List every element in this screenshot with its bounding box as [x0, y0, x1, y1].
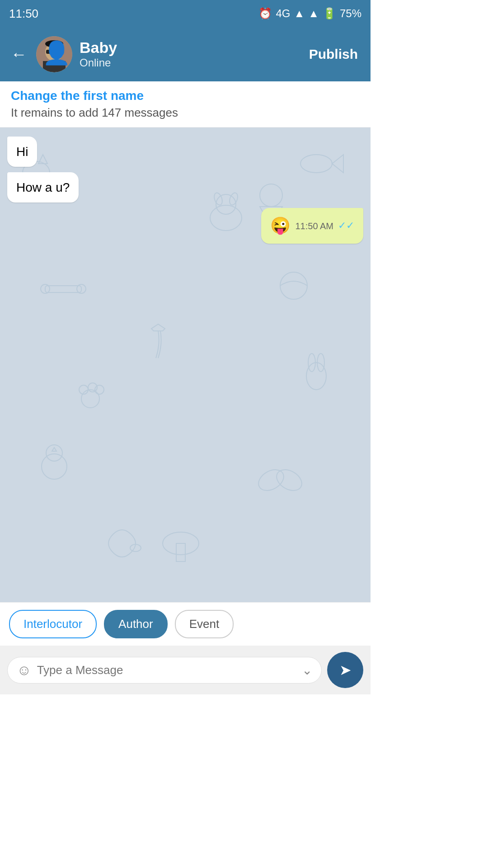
back-button[interactable]: ← — [7, 41, 31, 67]
network-label: 4G — [276, 7, 290, 20]
publish-button[interactable]: Publish — [304, 43, 363, 66]
event-button[interactable]: Event — [175, 610, 234, 638]
message-bubble: How a u? — [7, 172, 79, 203]
alarm-icon: ⏰ — [258, 7, 272, 20]
send-icon: ➤ — [339, 661, 352, 679]
svg-marker-27 — [52, 448, 56, 451]
message-bubble: Hi — [7, 137, 37, 167]
interlocutor-button[interactable]: Interlocutor — [9, 610, 97, 638]
chat-area: Hi How a u? 😜 11:50 AM ✓✓ — [0, 127, 371, 602]
message-time: 11:50 AM — [295, 220, 333, 232]
battery-icon: 🔋 — [323, 7, 336, 20]
app-header: ← Baby Online Publish — [0, 27, 371, 81]
message-ticks: ✓✓ — [338, 219, 354, 233]
svg-point-22 — [306, 363, 326, 390]
status-right: ⏰ 4G ▲ ▲ 🔋 75% — [258, 7, 361, 20]
svg-point-18 — [81, 390, 99, 408]
notice-title: Change the first name — [11, 89, 360, 103]
status-bar: 11:50 ⏰ 4G ▲ ▲ 🔋 75% — [0, 0, 371, 27]
svg-rect-3 — [46, 50, 52, 54]
emoji-button[interactable]: ☺ — [17, 662, 32, 679]
svg-point-6 — [45, 40, 63, 47]
battery-label: 75% — [340, 7, 361, 20]
message-text: How a u? — [16, 180, 70, 194]
message-text: Hi — [16, 145, 28, 159]
svg-rect-28 — [176, 543, 185, 561]
svg-rect-14 — [45, 286, 81, 292]
message-input[interactable] — [37, 663, 296, 677]
chevron-down-icon[interactable]: ⌄ — [302, 663, 312, 678]
status-time: 11:50 — [9, 7, 38, 21]
notice-subtitle: It remains to add 147 messages — [11, 106, 360, 120]
svg-rect-4 — [56, 50, 62, 54]
send-button[interactable]: ➤ — [327, 652, 363, 688]
svg-rect-1 — [43, 61, 66, 72]
input-container: ☺ ⌄ — [7, 657, 322, 684]
signal-icon-2: ▲ — [308, 7, 319, 20]
svg-point-2 — [45, 43, 63, 61]
message-bubble: 😜 11:50 AM ✓✓ — [261, 208, 363, 243]
svg-point-25 — [42, 454, 67, 479]
svg-point-17 — [280, 272, 307, 299]
avatar-image — [36, 36, 72, 72]
message-input-area: ☺ ⌄ ➤ — [0, 646, 371, 694]
contact-name: Baby — [80, 39, 304, 56]
notice-bar: Change the first name It remains to add … — [0, 81, 371, 127]
contact-info: Baby Online — [80, 39, 304, 69]
contact-status: Online — [80, 57, 304, 69]
role-selector: Interlocutor Author Event — [0, 602, 371, 646]
message-emoji: 😜 — [270, 214, 291, 237]
signal-icon: ▲ — [294, 7, 305, 20]
author-button[interactable]: Author — [104, 610, 168, 638]
messages-container: Hi How a u? 😜 11:50 AM ✓✓ — [0, 127, 371, 253]
avatar[interactable] — [36, 36, 72, 72]
